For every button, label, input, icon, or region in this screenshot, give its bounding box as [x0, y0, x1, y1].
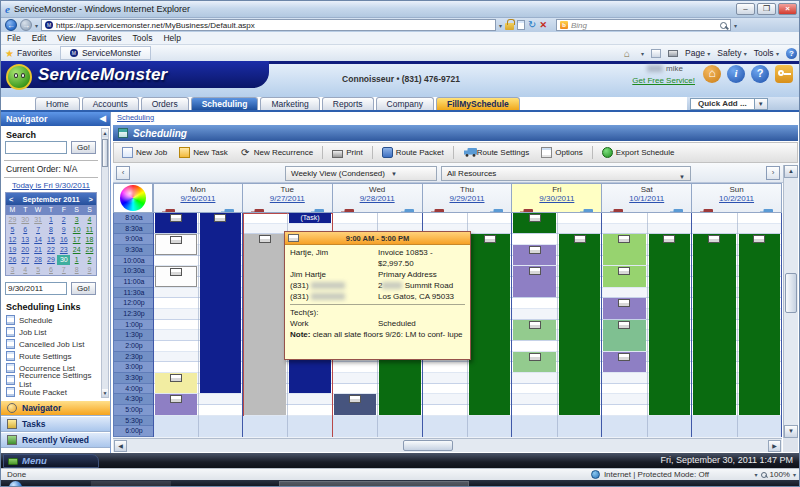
- calendar-day[interactable]: 3: [70, 215, 83, 225]
- calendar-day[interactable]: 1: [45, 215, 58, 225]
- blue-truck-icon[interactable]: [579, 204, 594, 213]
- schedule-event[interactable]: [155, 394, 197, 414]
- calendar-day[interactable]: 16: [57, 235, 70, 245]
- schedule-event[interactable]: [649, 234, 690, 414]
- sidebar-link-recurrence-settings-list[interactable]: Recurrence Settings List: [6, 374, 98, 386]
- home-icon-app[interactable]: ⌂: [703, 65, 721, 83]
- day-date-link[interactable]: 10/2/2011: [692, 194, 781, 203]
- day-date-link[interactable]: 9/27/2011: [243, 194, 332, 203]
- schedule-event[interactable]: [244, 234, 286, 414]
- blue-truck-icon[interactable]: [220, 204, 235, 213]
- zoom-magnifier-icon[interactable]: [761, 472, 767, 478]
- calendar-day[interactable]: 24: [70, 245, 83, 255]
- calendar-day[interactable]: 7: [32, 225, 45, 235]
- calendar-day[interactable]: 6: [19, 225, 32, 235]
- fav-page-button[interactable]: Page ▾: [685, 48, 710, 58]
- scroll-left-icon[interactable]: ◀: [114, 440, 127, 452]
- calendar-day[interactable]: 17: [70, 235, 83, 245]
- home-icon[interactable]: ⌂: [624, 49, 634, 58]
- calendar-day[interactable]: 13: [19, 235, 32, 245]
- help-icon[interactable]: ?: [751, 65, 769, 83]
- menu-file[interactable]: File: [7, 33, 21, 43]
- day-date-link[interactable]: 9/28/2011: [333, 194, 422, 203]
- calendar-day[interactable]: 6: [45, 265, 58, 275]
- search-box[interactable]: b Bing: [556, 19, 731, 31]
- scroll-up-icon[interactable]: ▲: [784, 165, 798, 178]
- calendar-day[interactable]: 3: [6, 265, 19, 275]
- horizontal-scrollbar[interactable]: ◀ ▶: [113, 438, 782, 452]
- schedule-event[interactable]: [155, 373, 197, 393]
- calendar-day[interactable]: 27: [19, 255, 32, 265]
- toolbar-route-settings[interactable]: Route Settings: [458, 145, 534, 160]
- schedule-event[interactable]: [155, 266, 197, 286]
- get-free-service-link[interactable]: Get Free Service!: [632, 76, 695, 85]
- forward-button[interactable]: →: [20, 19, 32, 31]
- calendar-day[interactable]: 25: [83, 245, 96, 255]
- red-truck-icon[interactable]: [519, 204, 534, 213]
- view-select[interactable]: Weekly View (Condensed)▼: [285, 166, 437, 181]
- feeds-icon[interactable]: [651, 49, 661, 58]
- scroll-down-icon[interactable]: ▼: [784, 425, 798, 438]
- menu-button[interactable]: Menu: [3, 454, 99, 468]
- sidebar-link-schedule[interactable]: Schedule: [6, 314, 98, 326]
- fav-safety-button[interactable]: Safety ▾: [717, 48, 746, 58]
- schedule-event[interactable]: [603, 352, 645, 372]
- red-truck-icon[interactable]: [699, 204, 714, 213]
- maximize-button[interactable]: ❒: [757, 3, 776, 15]
- calendar-day[interactable]: 30: [57, 255, 70, 265]
- calendar-day[interactable]: 20: [19, 245, 32, 255]
- blue-truck-icon[interactable]: [669, 204, 684, 213]
- home-dropdown-icon[interactable]: ▾: [641, 50, 644, 57]
- tab-reports[interactable]: Reports: [322, 97, 374, 110]
- close-button[interactable]: ×: [778, 3, 797, 15]
- collapse-icon[interactable]: ◀: [100, 112, 106, 126]
- calendar-day[interactable]: 9: [83, 265, 96, 275]
- schedule-event[interactable]: [693, 234, 735, 414]
- red-truck-icon[interactable]: [430, 204, 445, 213]
- day-date-link[interactable]: 9/26/2011: [154, 194, 242, 203]
- quick-add-button[interactable]: Quick Add ...: [690, 98, 755, 110]
- today-link[interactable]: Today is Fri 9/30/2011: [1, 181, 101, 190]
- calendar-day[interactable]: 31: [32, 215, 45, 225]
- calendar-day[interactable]: 14: [32, 235, 45, 245]
- blue-truck-icon[interactable]: [489, 204, 504, 213]
- search-input[interactable]: [5, 141, 67, 154]
- schedule-event[interactable]: [334, 394, 376, 414]
- sidebar-scrollbar[interactable]: ▲ ▼: [101, 128, 109, 398]
- tab-fillmyschedule[interactable]: FillMySchedule: [436, 97, 520, 110]
- url-dropdown-icon[interactable]: ▾: [499, 22, 502, 29]
- schedule-event[interactable]: [200, 213, 241, 393]
- minimize-button[interactable]: –: [736, 3, 755, 15]
- toolbar-new-job[interactable]: New Job: [117, 145, 172, 160]
- calendar-day[interactable]: 28: [32, 255, 45, 265]
- horizontal-scroll-thumb[interactable]: [403, 440, 453, 451]
- menu-edit[interactable]: Edit: [32, 33, 47, 43]
- calendar-day[interactable]: 8: [70, 265, 83, 275]
- calendar-day[interactable]: 22: [45, 245, 58, 255]
- menu-help[interactable]: Help: [163, 33, 180, 43]
- schedule-event[interactable]: [513, 245, 555, 265]
- search-go-button[interactable]: Go!: [71, 141, 96, 154]
- date-input[interactable]: [5, 282, 67, 295]
- taskbar-button[interactable]: [91, 481, 171, 487]
- quick-add-dropdown-icon[interactable]: ▼: [755, 98, 768, 110]
- servicemonster-logo-icon[interactable]: [6, 64, 32, 90]
- schedule-event[interactable]: [559, 234, 600, 414]
- tab-accounts[interactable]: Accounts: [82, 97, 139, 110]
- accordion-tasks[interactable]: Tasks: [1, 416, 111, 432]
- calendar-day[interactable]: 11: [83, 225, 96, 235]
- sidebar-scroll-thumb[interactable]: [102, 139, 108, 167]
- red-truck-icon[interactable]: [250, 204, 265, 213]
- prev-week-button[interactable]: ‹: [116, 166, 130, 180]
- sidebar-link-cancelled-job-list[interactable]: Cancelled Job List: [6, 338, 98, 350]
- tab-orders[interactable]: Orders: [141, 97, 189, 110]
- schedule-event[interactable]: [513, 352, 555, 372]
- calendar-day[interactable]: 4: [83, 215, 96, 225]
- scroll-up-icon[interactable]: ▲: [102, 129, 108, 137]
- red-truck-icon[interactable]: [161, 204, 176, 213]
- refresh-icon[interactable]: ↻: [528, 20, 536, 30]
- calendar-day[interactable]: 9: [57, 225, 70, 235]
- calendar-day[interactable]: 2: [57, 215, 70, 225]
- color-wheel-icon[interactable]: [120, 185, 146, 211]
- calendar-day[interactable]: 29: [6, 215, 19, 225]
